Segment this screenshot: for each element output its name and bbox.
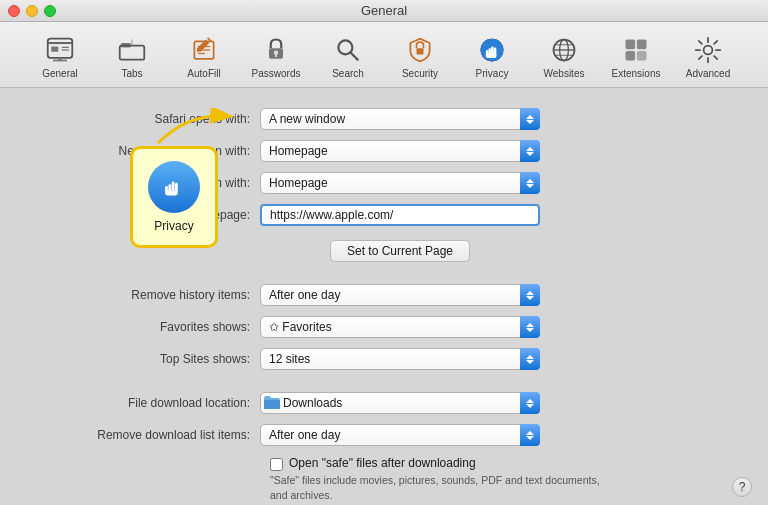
- new-windows-spinner[interactable]: [520, 140, 540, 162]
- remove-download-label: Remove download list items:: [40, 428, 260, 442]
- toolbar-label-search: Search: [332, 68, 364, 79]
- remove-download-row: Remove download list items: After one da…: [40, 424, 728, 446]
- favorites-select[interactable]: ✩ Favorites: [260, 316, 540, 338]
- svg-rect-1: [48, 42, 73, 44]
- general-icon: [44, 34, 76, 66]
- toolbar-item-privacy[interactable]: Privacy: [456, 30, 528, 81]
- traffic-lights: [8, 5, 56, 17]
- remove-download-select[interactable]: After one day: [260, 424, 540, 446]
- toolbar-item-search[interactable]: Search: [312, 30, 384, 81]
- spinner-down-icon: [526, 152, 534, 156]
- toolbar-item-tabs[interactable]: Tabs: [96, 30, 168, 81]
- toolbar-item-extensions[interactable]: Extensions: [600, 30, 672, 81]
- spinner-up-icon: [526, 399, 534, 403]
- safari-opens-select-wrapper: A new window: [260, 108, 540, 130]
- spinner-down-icon: [526, 296, 534, 300]
- toolbar-item-advanced[interactable]: Advanced: [672, 30, 744, 81]
- maximize-button[interactable]: [44, 5, 56, 17]
- svg-rect-8: [120, 46, 145, 60]
- svg-rect-41: [165, 191, 178, 196]
- advanced-icon: [692, 34, 724, 66]
- privacy-callout-box: Privacy: [130, 146, 218, 248]
- svg-point-36: [704, 46, 713, 55]
- toolbar-label-websites: Websites: [544, 68, 585, 79]
- spinner-up-icon: [526, 291, 534, 295]
- passwords-icon: [260, 34, 292, 66]
- open-safe-files-label: Open "safe" files after downloading: [289, 456, 476, 470]
- favorites-row: Favorites shows: ✩ Favorites: [40, 316, 728, 338]
- favorites-control: ✩ Favorites: [260, 316, 560, 338]
- toolbar-item-security[interactable]: Security: [384, 30, 456, 81]
- autofill-icon: [188, 34, 220, 66]
- remove-history-select[interactable]: After one day: [260, 284, 540, 306]
- toolbar: General Tabs AutoFill: [0, 22, 768, 88]
- new-tabs-select-wrapper: Homepage: [260, 172, 540, 194]
- set-current-button[interactable]: Set to Current Page: [330, 240, 470, 262]
- remove-history-select-wrapper: After one day: [260, 284, 540, 306]
- homepage-input[interactable]: [260, 204, 540, 226]
- svg-rect-16: [275, 54, 277, 58]
- remove-download-control: After one day: [260, 424, 560, 446]
- new-windows-control: Homepage: [260, 140, 560, 162]
- privacy-callout-label: Privacy: [154, 219, 193, 233]
- websites-icon: [548, 34, 580, 66]
- help-button[interactable]: ?: [732, 477, 752, 497]
- remove-download-spinner[interactable]: [520, 424, 540, 446]
- svg-rect-19: [417, 48, 424, 54]
- toolbar-label-tabs: Tabs: [121, 68, 142, 79]
- top-sites-spinner[interactable]: [520, 348, 540, 370]
- toolbar-label-autofill: AutoFill: [187, 68, 220, 79]
- spinner-down-icon: [526, 328, 534, 332]
- open-safe-files-checkbox[interactable]: [270, 458, 283, 471]
- svg-rect-35: [637, 51, 647, 61]
- top-sites-select[interactable]: 12 sites: [260, 348, 540, 370]
- toolbar-item-websites[interactable]: Websites: [528, 30, 600, 81]
- safari-opens-select[interactable]: A new window: [260, 108, 540, 130]
- toolbar-item-autofill[interactable]: AutoFill: [168, 30, 240, 81]
- toolbar-item-general[interactable]: General: [24, 30, 96, 81]
- spinner-up-icon: [526, 179, 534, 183]
- toolbar-label-privacy: Privacy: [476, 68, 509, 79]
- toolbar-label-advanced: Advanced: [686, 68, 730, 79]
- content-area: Privacy Safari opens with: A new window …: [0, 88, 768, 505]
- toolbar-label-extensions: Extensions: [612, 68, 661, 79]
- new-tabs-spinner[interactable]: [520, 172, 540, 194]
- spinner-down-icon: [526, 184, 534, 188]
- spinner-down-icon: [526, 120, 534, 124]
- safari-opens-row: Safari opens with: A new window: [40, 108, 728, 130]
- file-download-select[interactable]: Downloads: [260, 392, 540, 414]
- remove-download-select-wrapper: After one day: [260, 424, 540, 446]
- privacy-toolbar-icon: [476, 34, 508, 66]
- file-download-control: Downloads: [260, 392, 560, 414]
- spinner-down-icon: [526, 436, 534, 440]
- minimize-button[interactable]: [26, 5, 38, 17]
- new-tabs-select[interactable]: Homepage: [260, 172, 540, 194]
- title-bar: General: [0, 0, 768, 22]
- svg-rect-6: [58, 58, 62, 61]
- safari-opens-spinner[interactable]: [520, 108, 540, 130]
- remove-history-spinner[interactable]: [520, 284, 540, 306]
- extensions-icon: [620, 34, 652, 66]
- toolbar-label-passwords: Passwords: [252, 68, 301, 79]
- new-windows-select-wrapper: Homepage: [260, 140, 540, 162]
- toolbar-item-passwords[interactable]: Passwords: [240, 30, 312, 81]
- favorites-spinner[interactable]: [520, 316, 540, 338]
- open-safe-files-subtext: "Safe" files include movies, pictures, s…: [270, 473, 610, 502]
- spinner-down-icon: [526, 404, 534, 408]
- spinner-up-icon: [526, 355, 534, 359]
- top-sites-select-wrapper: 12 sites: [260, 348, 540, 370]
- close-button[interactable]: [8, 5, 20, 17]
- toolbar-label-security: Security: [402, 68, 438, 79]
- search-icon: [332, 34, 364, 66]
- favorites-label: Favorites shows:: [40, 320, 260, 334]
- new-windows-select[interactable]: Homepage: [260, 140, 540, 162]
- remove-history-label: Remove history items:: [40, 288, 260, 302]
- svg-rect-32: [626, 40, 636, 50]
- security-icon: [404, 34, 436, 66]
- privacy-callout: Privacy: [130, 146, 218, 248]
- new-tabs-control: Homepage: [260, 172, 560, 194]
- top-sites-control: 12 sites: [260, 348, 560, 370]
- file-download-spinner[interactable]: [520, 392, 540, 414]
- safari-opens-control: A new window: [260, 108, 560, 130]
- callout-arrow: [148, 108, 248, 148]
